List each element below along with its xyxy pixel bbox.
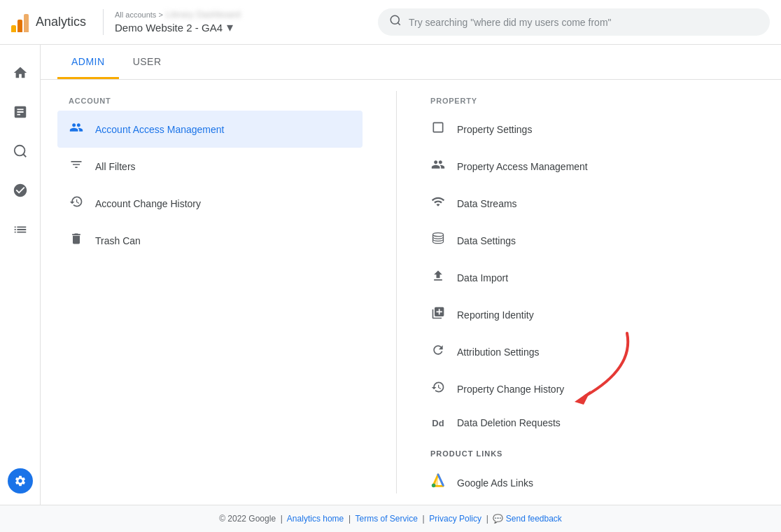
all-filters-icon bbox=[69, 158, 84, 175]
reporting-identity-icon bbox=[430, 306, 446, 323]
property-dropdown-arrow: ▾ bbox=[227, 20, 233, 35]
search-bar[interactable]: Try searching "where did my users come f… bbox=[378, 8, 770, 36]
footer-send-feedback[interactable]: Send feedback bbox=[506, 514, 562, 524]
svg-point-2 bbox=[14, 146, 24, 156]
account-section-title: ACCOUNT bbox=[57, 91, 363, 111]
property-change-history-icon bbox=[430, 380, 446, 398]
menu-item-account-access[interactable]: Account Access Management bbox=[57, 111, 363, 148]
attribution-settings-icon bbox=[430, 343, 446, 360]
app-title: Analytics bbox=[36, 15, 86, 29]
svg-line-8 bbox=[438, 475, 443, 486]
footer-feedback-icon: 💬 bbox=[493, 514, 503, 524]
svg-point-0 bbox=[390, 15, 399, 24]
menu-item-account-change-history[interactable]: Account Change History bbox=[57, 185, 363, 222]
menu-label-attribution-settings: Attribution Settings bbox=[457, 346, 753, 358]
menu-item-data-settings[interactable]: Data Settings bbox=[419, 222, 764, 259]
menu-item-data-deletion-requests[interactable]: Dd Data Deletion Requests bbox=[419, 407, 764, 438]
logo-area: Analytics bbox=[11, 13, 86, 32]
footer-analytics-home[interactable]: Analytics home bbox=[287, 514, 344, 524]
current-property-name: Demo Website 2 - GA4 bbox=[115, 22, 223, 34]
trash-can-icon bbox=[69, 232, 84, 249]
menu-label-data-deletion-requests: Data Deletion Requests bbox=[457, 417, 753, 428]
product-links-section-title: PRODUCT LINKS bbox=[419, 438, 764, 463]
menu-label-property-settings: Property Settings bbox=[457, 124, 753, 135]
column-divider bbox=[396, 91, 397, 493]
nav-home[interactable] bbox=[3, 56, 37, 90]
svg-point-4 bbox=[433, 233, 444, 237]
data-settings-icon bbox=[430, 232, 446, 249]
account-breadcrumb: All accounts > Library Dashboard bbox=[115, 9, 241, 20]
svg-line-1 bbox=[397, 22, 400, 24]
footer: © 2022 Google | Analytics home | Terms o… bbox=[0, 505, 781, 532]
menu-item-property-access-management[interactable]: Property Access Management bbox=[419, 148, 764, 185]
menu-item-attribution-settings[interactable]: Attribution Settings bbox=[419, 333, 764, 370]
menu-label-account-access: Account Access Management bbox=[95, 124, 351, 135]
search-placeholder-text: Try searching "where did my users come f… bbox=[409, 17, 612, 28]
settings-gear-icon[interactable] bbox=[8, 468, 33, 493]
admin-columns: ACCOUNT Account Access Management All Fi… bbox=[41, 80, 781, 505]
nav-reports[interactable] bbox=[3, 95, 37, 129]
data-streams-icon bbox=[430, 195, 446, 212]
account-nav: All accounts > Library Dashboard Demo We… bbox=[103, 9, 241, 35]
menu-label-data-settings: Data Settings bbox=[457, 235, 753, 246]
nav-configure[interactable] bbox=[3, 213, 37, 246]
menu-item-data-streams[interactable]: Data Streams bbox=[419, 185, 764, 222]
menu-label-data-streams: Data Streams bbox=[457, 198, 753, 209]
menu-label-trash-can: Trash Can bbox=[95, 235, 351, 246]
menu-label-data-import: Data Import bbox=[457, 272, 753, 284]
menu-item-reporting-identity[interactable]: Reporting Identity bbox=[419, 296, 764, 333]
menu-item-data-import[interactable]: Data Import bbox=[419, 259, 764, 296]
admin-content: ADMIN USER ACCOUNT Account Access Manage… bbox=[41, 45, 781, 505]
blurred-account: Library Dashboard bbox=[166, 9, 241, 20]
footer-privacy[interactable]: Privacy Policy bbox=[429, 514, 481, 524]
google-ads-icon bbox=[430, 473, 446, 492]
menu-label-account-change-history: Account Change History bbox=[95, 198, 351, 209]
menu-item-property-change-history[interactable]: Property Change History bbox=[419, 370, 764, 407]
property-settings-icon bbox=[430, 120, 446, 138]
data-import-icon bbox=[430, 269, 446, 286]
app-header: Analytics All accounts > Library Dashboa… bbox=[0, 0, 781, 45]
property-section-title: PROPERTY bbox=[419, 91, 764, 111]
tabs-bar: ADMIN USER bbox=[41, 45, 781, 80]
right-column: PROPERTY Property Settings Property Acce… bbox=[414, 91, 764, 493]
menu-item-all-filters[interactable]: All Filters bbox=[57, 148, 363, 185]
main-layout: ADMIN USER ACCOUNT Account Access Manage… bbox=[0, 45, 781, 505]
data-deletion-requests-icon: Dd bbox=[430, 418, 446, 428]
menu-label-property-access-management: Property Access Management bbox=[457, 161, 753, 172]
sidebar-nav bbox=[0, 45, 41, 505]
nav-explore[interactable] bbox=[3, 134, 37, 168]
menu-label-property-change-history: Property Change History bbox=[457, 384, 753, 395]
nav-settings-bottom[interactable] bbox=[8, 468, 33, 493]
svg-line-3 bbox=[23, 154, 26, 157]
menu-label-google-ads-links: Google Ads Links bbox=[457, 477, 753, 489]
property-selector[interactable]: Demo Website 2 - GA4 ▾ bbox=[115, 20, 241, 35]
nav-advertising[interactable] bbox=[3, 174, 37, 207]
footer-terms[interactable]: Terms of Service bbox=[355, 514, 417, 524]
account-access-icon bbox=[69, 120, 84, 138]
menu-item-property-settings[interactable]: Property Settings bbox=[419, 111, 764, 148]
analytics-logo-icon bbox=[11, 13, 29, 32]
menu-label-all-filters: All Filters bbox=[95, 161, 351, 172]
property-access-icon bbox=[430, 158, 446, 175]
menu-label-reporting-identity: Reporting Identity bbox=[457, 309, 753, 321]
tab-admin[interactable]: ADMIN bbox=[57, 45, 119, 79]
search-icon bbox=[389, 14, 402, 30]
account-change-history-icon bbox=[69, 195, 84, 212]
menu-item-trash-can[interactable]: Trash Can bbox=[57, 222, 363, 259]
svg-point-7 bbox=[432, 484, 436, 488]
left-column: ACCOUNT Account Access Management All Fi… bbox=[57, 91, 379, 493]
menu-item-google-ads-links[interactable]: Google Ads Links bbox=[419, 463, 764, 502]
tab-user[interactable]: USER bbox=[119, 45, 176, 79]
footer-copyright: © 2022 Google bbox=[219, 514, 276, 524]
